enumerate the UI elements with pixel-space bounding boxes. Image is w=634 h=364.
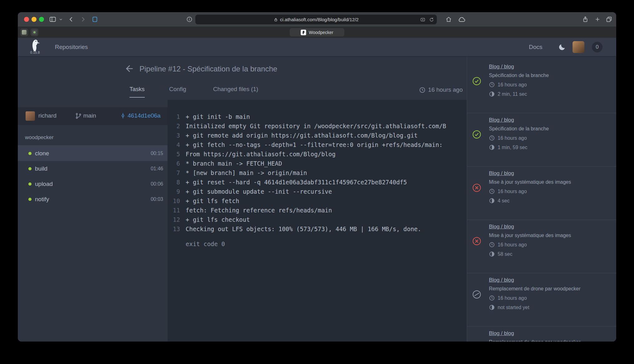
url-text: ci.athaliasoft.com/Blog/blog/build/12/2 — [280, 17, 359, 22]
home-icon[interactable] — [445, 16, 452, 23]
dark-mode-toggle-icon[interactable] — [558, 43, 566, 51]
status-pending-icon — [472, 290, 481, 299]
step-build[interactable]: build 01:46 — [18, 161, 168, 176]
nav-docs-link[interactable]: Docs — [529, 44, 542, 51]
page-title: Pipeline #12 - Spécification de la branc… — [139, 65, 277, 73]
duration-icon — [489, 304, 495, 310]
share-icon[interactable] — [582, 16, 589, 23]
tab-config[interactable]: Config — [169, 85, 186, 97]
sidebar-toggle-icon[interactable] — [49, 16, 56, 23]
log-line: 3+ git remote add origin https://git.ath… — [168, 131, 467, 140]
clock-icon — [489, 295, 495, 301]
commit-info-row: richard main 4614d1e06a — [18, 107, 168, 125]
feed-duration: 1 min, 59 sec — [489, 144, 611, 150]
tab-title: Woodpecker — [309, 30, 333, 35]
pinned-tab-1[interactable] — [20, 28, 28, 36]
pipeline-main: Pipeline #12 - Spécification de la branc… — [18, 56, 467, 342]
browser-toolbar: ci.athaliasoft.com/Blog/blog/build/12/2 — [18, 12, 616, 27]
feed-message: Mise à jour systématique des images — [489, 233, 611, 238]
feed-entry[interactable]: Blog / blog Spécification de la branche … — [467, 60, 616, 113]
commit-icon — [120, 113, 126, 119]
close-window-button[interactable] — [24, 17, 29, 22]
nav-repositories-link[interactable]: Repositories — [55, 44, 88, 51]
duration-icon — [489, 251, 495, 257]
pipeline-feed: Blog / blog Spécification de la branche … — [467, 56, 616, 342]
feed-entry[interactable]: Blog / blog Mise à jour systématique des… — [467, 167, 616, 220]
log-line: 1+ git init -b main — [168, 112, 467, 121]
feed-entry[interactable]: Blog / blog Remplacement de drone par wo… — [467, 327, 616, 342]
woodpecker-favicon — [301, 30, 306, 35]
woodpecker-logo[interactable]: 0.15.8 — [30, 39, 40, 54]
status-success-icon — [472, 130, 481, 139]
clock-icon — [419, 87, 426, 93]
log-output: 1+ git init -b main 2Initialized empty G… — [168, 100, 467, 342]
step-upload[interactable]: upload 00:06 — [18, 176, 168, 192]
feed-repo-link[interactable]: Blog / blog — [489, 277, 514, 283]
feed-repo-link[interactable]: Blog / blog — [489, 170, 514, 177]
address-bar[interactable]: ci.athaliasoft.com/Blog/blog/build/12/2 — [195, 15, 437, 24]
chevron-down-icon[interactable] — [59, 17, 63, 21]
feed-entry[interactable]: Blog / blog Spécification de la branche … — [467, 113, 616, 167]
user-avatar[interactable] — [573, 41, 584, 53]
step-notify[interactable]: notify 00:03 — [18, 192, 168, 207]
log-line: 13Checking out LFS objects: 100% (573/57… — [168, 224, 467, 234]
commit-author: richard — [38, 112, 56, 119]
feed-repo-link[interactable]: Blog / blog — [489, 224, 514, 230]
commit-author-avatar — [26, 111, 35, 121]
feed-time: 16 hours ago — [489, 242, 611, 248]
duration-icon — [489, 144, 495, 150]
log-line: 7* [new branch] main -> origin/main — [168, 168, 467, 177]
log-line: 11fetch: Fetching reference refs/heads/m… — [168, 206, 467, 215]
reload-icon[interactable] — [429, 17, 434, 22]
feed-duration: 2 min, 11 sec — [489, 91, 611, 97]
tab-tasks[interactable]: Tasks — [129, 85, 145, 98]
log-line: 5From https://git.athaliasoft.com/Blog/b… — [168, 149, 467, 159]
feed-repo-link[interactable]: Blog / blog — [489, 330, 514, 337]
clock-icon — [489, 135, 495, 141]
lock-icon — [274, 17, 278, 22]
exit-code: exit code 0 — [186, 239, 467, 249]
forward-button[interactable] — [80, 16, 86, 23]
notification-count-badge[interactable]: 0 — [592, 42, 602, 52]
feed-repo-link[interactable]: Blog / blog — [489, 64, 514, 70]
cloud-icon[interactable] — [458, 15, 466, 23]
pinned-tab-2[interactable] — [31, 28, 38, 36]
tab-overview-icon[interactable] — [606, 16, 612, 23]
tab-changed-files[interactable]: Changed files (1) — [213, 85, 258, 97]
feed-message: Spécification de la branche — [489, 73, 611, 78]
zoom-window-button[interactable] — [39, 17, 44, 22]
log-line: 8+ git reset --hard -q 4614d1e06a3dabf31… — [168, 177, 467, 187]
pipeline-time-ago: 16 hours ago — [419, 86, 463, 93]
status-failure-icon — [472, 237, 481, 245]
feed-entry[interactable]: Blog / blog Remplacement de drone par wo… — [467, 273, 616, 327]
log-line: 10+ git lfs fetch — [168, 196, 467, 206]
feed-time: 16 hours ago — [489, 82, 611, 88]
back-arrow-icon[interactable] — [124, 64, 134, 74]
commit-hash-link[interactable]: 4614d1e06a — [128, 112, 161, 119]
feed-message: Mise à jour systématique des images — [489, 179, 611, 185]
pipeline-header: Pipeline #12 - Spécification de la branc… — [18, 56, 467, 100]
workflow-name: woodpecker — [25, 134, 54, 141]
steps-panel: richard main 4614d1e06a woodpecker — [18, 100, 168, 342]
feed-message: Spécification de la branche — [489, 126, 611, 132]
minimize-window-button[interactable] — [32, 17, 37, 22]
webview: 0.15.8 Repositories Docs 0 Pipeline #12 … — [18, 38, 616, 342]
step-status-dot — [28, 152, 32, 155]
feed-time: 16 hours ago — [489, 135, 611, 141]
feed-entry[interactable]: Blog / blog Mise à jour systématique des… — [467, 220, 616, 273]
feed-duration: 4 sec — [489, 198, 611, 204]
branch-icon — [75, 113, 82, 119]
step-status-dot — [28, 198, 32, 201]
browser-window: ci.athaliasoft.com/Blog/blog/build/12/2 — [18, 12, 616, 342]
active-browser-tab[interactable]: Woodpecker — [290, 28, 344, 36]
step-clone[interactable]: clone 00:15 — [18, 146, 168, 161]
pipeline-body: richard main 4614d1e06a woodpecker — [18, 100, 467, 342]
feed-duration: not started yet — [489, 304, 611, 310]
back-button[interactable] — [68, 16, 75, 23]
log-line: 6* branch main -> FETCH_HEAD — [168, 159, 467, 168]
app-shortcut-icon[interactable] — [91, 16, 98, 23]
feed-repo-link[interactable]: Blog / blog — [489, 117, 514, 123]
page-settings-icon[interactable] — [186, 16, 193, 22]
privacy-report-icon[interactable] — [420, 17, 426, 22]
new-tab-icon[interactable] — [594, 16, 601, 22]
